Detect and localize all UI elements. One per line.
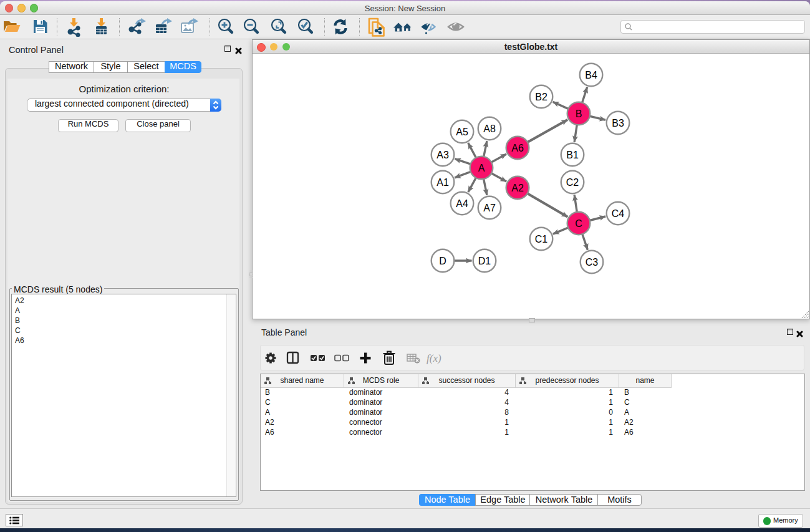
svg-text:A6: A6 — [511, 143, 524, 153]
svg-text:A2: A2 — [511, 183, 524, 193]
svg-text:B4: B4 — [585, 70, 597, 80]
svg-text:C3: C3 — [586, 257, 599, 268]
svg-text:B1: B1 — [566, 150, 579, 160]
svg-text:C4: C4 — [612, 208, 625, 219]
svg-text:A5: A5 — [456, 127, 468, 137]
svg-text:A1: A1 — [436, 177, 449, 188]
svg-text:A4: A4 — [456, 198, 468, 209]
svg-text:B3: B3 — [612, 118, 624, 128]
svg-text:D: D — [439, 256, 446, 266]
svg-text:C2: C2 — [566, 177, 579, 188]
svg-text:A7: A7 — [483, 203, 496, 213]
svg-text:B: B — [576, 109, 582, 119]
svg-text:A: A — [478, 163, 485, 173]
svg-text:A8: A8 — [483, 123, 496, 134]
svg-text:B2: B2 — [535, 92, 547, 102]
svg-text:C: C — [575, 218, 582, 229]
svg-text:f(x): f(x) — [427, 352, 441, 364]
svg-text:C1: C1 — [535, 234, 548, 244]
svg-text:D1: D1 — [478, 256, 491, 266]
svg-text:A3: A3 — [436, 150, 449, 160]
